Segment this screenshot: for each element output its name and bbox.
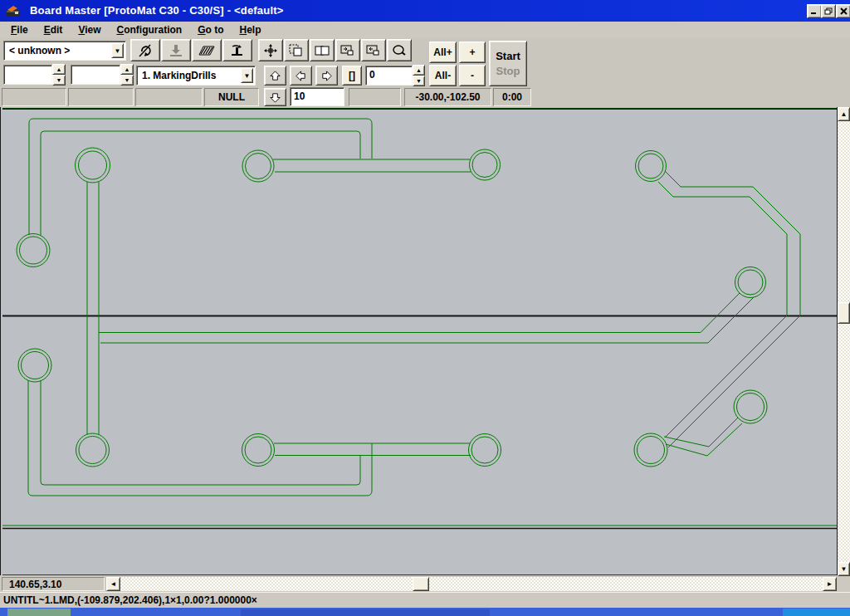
y-step-spinner[interactable]: ▲ ▼ [120, 64, 134, 86]
menu-edit[interactable]: Edit [40, 23, 67, 37]
two-windows-icon [315, 44, 330, 57]
spin-up-icon[interactable]: ▲ [52, 64, 66, 75]
zoom-in-button[interactable] [335, 39, 360, 61]
bracket-label: [] [349, 70, 355, 81]
hatch-area-icon [198, 45, 215, 56]
tool-status-panel: NULL [204, 88, 259, 106]
taskbar-window-button[interactable] [241, 609, 490, 616]
jog-down-button[interactable] [264, 88, 286, 106]
elapsed-time-panel: 0:00 [493, 88, 531, 106]
status-panel-2 [68, 88, 134, 106]
move-cross-icon [263, 43, 278, 58]
drill-icon [229, 44, 246, 57]
plus-button[interactable]: + [459, 42, 486, 63]
scroll-left-button[interactable]: ◄ [106, 577, 120, 591]
zoom-window-button[interactable] [284, 39, 309, 61]
status-panel-3 [135, 88, 203, 106]
tool-down-icon [169, 44, 183, 57]
taskbar-tray[interactable] [783, 609, 850, 616]
vertical-scrollbar[interactable] [838, 107, 850, 576]
material-combo-value: < unknown > [4, 42, 125, 60]
repeat-spinner[interactable]: ▲ ▼ [413, 65, 425, 86]
window-arrow-out-icon [366, 44, 381, 57]
milling-area-button[interactable] [192, 39, 222, 61]
status-panel-5 [349, 88, 401, 106]
y-step-field[interactable] [71, 65, 120, 85]
stop-label: Stop [490, 65, 526, 77]
close-button[interactable] [836, 4, 850, 18]
scroll-right-button[interactable]: ► [823, 577, 837, 591]
hollow-down-arrow-icon [269, 91, 281, 104]
menu-help[interactable]: Help [236, 23, 266, 37]
bracket-button[interactable]: [] [342, 66, 362, 86]
close-icon [840, 7, 848, 15]
minus-button[interactable]: - [459, 65, 486, 86]
drill-button[interactable] [222, 39, 252, 61]
vertical-scroll-thumb[interactable] [838, 302, 850, 324]
start-label: Start [490, 50, 526, 62]
window-title: Board Master [ProtoMat C30 - C30/S] - <d… [30, 4, 284, 17]
phase-combo[interactable]: 1. MarkingDrills ▼ [136, 66, 256, 86]
minimize-button[interactable] [807, 4, 822, 18]
hollow-up-arrow-icon [269, 70, 281, 82]
horizontal-scrollbar[interactable] [120, 577, 823, 591]
pan-button[interactable] [258, 39, 283, 61]
status-bar-text: UNTITL~1.LMD,(-109.879,202.406),1×1,0.00… [3, 594, 257, 606]
magnifier-icon [392, 44, 407, 57]
bottom-row: 140.65,3.10 ◄ ► [0, 576, 850, 592]
phase-combo-value: 1. MarkingDrills [137, 66, 255, 85]
repeat-field[interactable]: 0 [365, 66, 413, 86]
dashed-select-icon [289, 44, 304, 57]
tool-down-button[interactable] [161, 39, 191, 61]
spin-down-icon[interactable]: ▼ [413, 76, 425, 86]
feed-field[interactable]: 10 [290, 87, 344, 106]
menu-goto[interactable]: Go to [193, 23, 227, 37]
app-icon [5, 4, 22, 17]
material-combo[interactable]: < unknown > ▼ [3, 41, 126, 61]
status-bar: UNTITL~1.LMD,(-109.879,202.406),1×1,0.00… [0, 592, 850, 608]
head-position-panel: -30.00,-102.50 [404, 88, 491, 106]
phase-combo-arrow[interactable]: ▼ [241, 68, 253, 83]
pcb-layout-drawing [1, 107, 838, 575]
menu-configuration[interactable]: Configuration [113, 23, 187, 37]
menu-view[interactable]: View [74, 23, 105, 37]
menu-file[interactable]: File [7, 23, 32, 37]
all-plus-button[interactable]: All+ [429, 42, 457, 63]
restore-button[interactable] [821, 4, 836, 18]
spin-down-icon[interactable]: ▼ [52, 75, 66, 86]
minus-label: - [471, 70, 474, 81]
chevron-down-icon: ▼ [244, 72, 251, 80]
spin-down-icon[interactable]: ▼ [120, 75, 134, 86]
hollow-right-arrow-icon [320, 70, 333, 82]
jog-left-button[interactable] [290, 66, 312, 86]
hollow-left-arrow-icon [295, 70, 307, 82]
menu-bar: File Edit View Configuration Go to Help [0, 22, 850, 38]
triangle-up-icon: ▲ [841, 110, 848, 118]
all-minus-button[interactable]: All- [429, 65, 457, 86]
taskbar-start-button[interactable] [7, 609, 71, 616]
reset-head-button[interactable] [130, 39, 160, 61]
start-stop-button[interactable]: Start Stop [489, 41, 527, 86]
triangle-down-icon: ▼ [841, 565, 848, 573]
material-combo-arrow[interactable]: ▼ [111, 43, 124, 58]
zoom-out-button[interactable] [361, 39, 386, 61]
zoom-all-button[interactable] [387, 39, 412, 61]
jog-right-button[interactable] [315, 66, 338, 86]
all-minus-label: All- [435, 70, 451, 81]
board-canvas[interactable] [0, 107, 838, 575]
cursor-coords-panel: 140.65,3.10 [2, 577, 105, 591]
x-step-field[interactable] [3, 65, 52, 85]
plus-label: + [469, 46, 475, 58]
spin-up-icon[interactable]: ▲ [413, 65, 425, 76]
scroll-down-button[interactable]: ▼ [838, 562, 850, 576]
taskbar-sliver [0, 608, 850, 616]
triangle-right-icon: ► [827, 580, 833, 588]
minimize-icon [810, 7, 818, 15]
scroll-up-button[interactable]: ▲ [838, 107, 850, 121]
zoom-board-button[interactable] [310, 39, 335, 61]
spin-up-icon[interactable]: ▲ [120, 64, 134, 75]
jog-up-button[interactable] [264, 66, 286, 86]
horizontal-scroll-thumb[interactable] [413, 577, 429, 591]
triangle-left-icon: ◄ [110, 580, 117, 588]
x-step-spinner[interactable]: ▲ ▼ [52, 64, 66, 86]
